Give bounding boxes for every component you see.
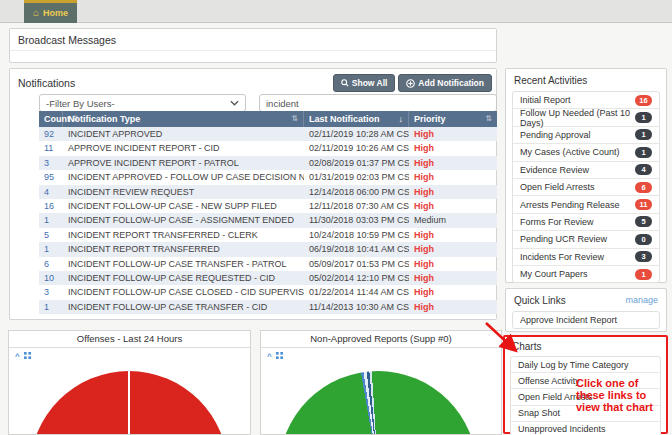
activity-item-label: Evidence Review — [520, 165, 589, 175]
priority-cell: High — [409, 300, 497, 314]
column-header-count[interactable]: Count ⇅ — [39, 111, 63, 127]
table-row: 3APPROVE INCIDENT REPORT - PATROL02/08/2… — [39, 156, 497, 170]
activity-count-badge: 1 — [635, 129, 652, 140]
annotation-arrow — [480, 317, 526, 359]
activity-item-label: Forms For Review — [520, 217, 594, 227]
manage-link[interactable]: manage — [625, 295, 658, 305]
activity-item-label: My Court Papers — [520, 269, 588, 279]
last-notification-cell: 01/31/2019 02:03 PM CST — [304, 170, 409, 184]
plus-circle-icon — [406, 79, 415, 88]
search-input[interactable] — [259, 94, 497, 112]
dashboard-page: ⌂ Home Broadcast Messages Notifications … — [0, 0, 672, 435]
broadcast-messages-title: Broadcast Messages — [10, 29, 496, 51]
activity-item-label: Pending UCR Review — [520, 234, 607, 244]
activity-count-badge: 4 — [635, 164, 652, 175]
activity-item[interactable]: Open Field Arrests6 — [513, 179, 659, 196]
count-link[interactable]: 1 — [44, 215, 49, 225]
collapse-icon[interactable]: ^ — [15, 352, 20, 361]
priority-cell: High — [409, 199, 497, 213]
notifications-panel: Notifications Show All Add Notification … — [9, 68, 497, 320]
last-notification-cell: 11/14/2013 10:30 AM CST — [304, 300, 409, 314]
sort-icon: ⇅ — [291, 111, 298, 127]
notification-type-cell: INCIDENT REVIEW REQUEST — [63, 185, 304, 199]
notifications-table: Count ⇅ Notification Type ⇅ Last Notific… — [39, 111, 497, 314]
activity-item-label: Arrests Pending Release — [520, 200, 620, 210]
table-row: 5INCIDENT REPORT TRANSFERRED - CLERK10/2… — [39, 228, 497, 242]
priority-cell: High — [409, 242, 497, 256]
quick-link-item[interactable]: Approve Incident Report — [513, 312, 659, 328]
show-all-button[interactable]: Show All — [333, 74, 396, 92]
column-header-notification-type[interactable]: Notification Type ⇅ — [63, 111, 304, 127]
notifications-table-header: Count ⇅ Notification Type ⇅ Last Notific… — [39, 111, 497, 127]
tab-home[interactable]: ⌂ Home — [24, 0, 77, 23]
activity-item-label: My Cases (Active Count) — [520, 147, 620, 157]
chart-link-item[interactable]: Daily Log by Time Category — [511, 357, 660, 373]
count-link[interactable]: 3 — [44, 287, 49, 297]
tab-bar: ⌂ Home — [0, 0, 672, 23]
data-grid-icon[interactable] — [24, 352, 31, 361]
count-link[interactable]: 10 — [44, 273, 54, 283]
last-notification-cell: 05/02/2014 12:10 PM CST — [304, 271, 409, 285]
data-grid-icon[interactable] — [276, 352, 283, 361]
priority-cell: High — [409, 228, 497, 242]
column-header-last-notification[interactable]: Last Notification ↓ — [304, 111, 409, 127]
count-cell: 6 — [39, 257, 63, 271]
count-link[interactable]: 92 — [44, 129, 54, 139]
activity-item[interactable]: Incidents For Review3 — [513, 249, 659, 266]
count-link[interactable]: 1 — [44, 244, 49, 254]
count-link[interactable]: 95 — [44, 172, 54, 182]
activity-item[interactable]: Pending Approval1 — [513, 127, 659, 144]
priority-cell: Medium — [409, 213, 497, 227]
count-cell: 1 — [39, 213, 63, 227]
table-row: 3INCIDENT FOLLOW-UP CASE CLOSED - CID SU… — [39, 285, 497, 299]
count-link[interactable]: 4 — [44, 187, 49, 197]
priority-cell: High — [409, 170, 497, 184]
chart-link-item[interactable]: Unapproved Incidents — [511, 422, 660, 435]
notification-type-cell: INCIDENT FOLLOW-UP CASE TRANSFER - PATRO… — [63, 257, 304, 271]
sort-icon: ⇅ — [485, 111, 492, 127]
activity-item-label: Follow Up Needed (Past 10 Days) — [520, 108, 635, 128]
count-link[interactable]: 11 — [44, 143, 53, 153]
last-notification-cell: 01/22/2014 11:44 AM CST — [304, 285, 409, 299]
count-link[interactable]: 1 — [44, 302, 49, 312]
count-cell: 3 — [39, 156, 63, 170]
column-header-priority[interactable]: Priority ⇅ — [409, 111, 497, 127]
count-cell: 1 — [39, 300, 63, 314]
activity-item[interactable]: Arrests Pending Release11 — [513, 196, 659, 213]
activity-item-label: Open Field Arrests — [520, 182, 595, 192]
last-notification-cell: 10/24/2018 10:59 PM CST — [304, 228, 409, 242]
activity-item[interactable]: My Cases (Active Count)1 — [513, 144, 659, 161]
activity-item[interactable]: Pending UCR Review0 — [513, 231, 659, 248]
table-row: 16INCIDENT FOLLOW-UP CASE - NEW SUPP FIL… — [39, 199, 497, 213]
count-link[interactable]: 3 — [44, 158, 49, 168]
activity-item-label: Incidents For Review — [520, 252, 604, 262]
count-link[interactable]: 16 — [44, 201, 54, 211]
table-row: 1INCIDENT FOLLOW-UP CASE TRANSFER - CID1… — [39, 300, 497, 314]
collapse-icon[interactable]: ^ — [267, 352, 272, 361]
count-cell: 92 — [39, 127, 63, 141]
count-link[interactable]: 5 — [44, 230, 49, 240]
count-link[interactable]: 6 — [44, 259, 49, 269]
sort-icon: ⇅ — [72, 111, 79, 127]
activity-item[interactable]: Evidence Review4 — [513, 162, 659, 179]
notification-type-cell: INCIDENT FOLLOW-UP CASE REQUESTED - CID — [63, 271, 304, 285]
last-notification-cell: 12/14/2018 06:00 PM CST — [304, 185, 409, 199]
offenses-chart-title: Offenses - Last 24 Hours — [9, 331, 250, 348]
activity-item[interactable]: Forms For Review5 — [513, 214, 659, 231]
sort-desc-icon: ↓ — [399, 111, 404, 127]
non-approved-reports-pie-chart[interactable] — [279, 371, 477, 435]
filter-by-users-dropdown[interactable]: -Filter By Users- — [39, 94, 246, 112]
priority-cell: High — [409, 141, 497, 155]
activity-item[interactable]: My Court Papers1 — [513, 266, 659, 282]
table-row: 6INCIDENT FOLLOW-UP CASE TRANSFER - PATR… — [39, 257, 497, 271]
activity-count-badge: 6 — [635, 182, 652, 193]
add-notification-button[interactable]: Add Notification — [398, 74, 492, 92]
activity-count-badge: 11 — [635, 199, 652, 210]
activity-item[interactable]: Follow Up Needed (Past 10 Days)1 — [513, 109, 659, 126]
last-notification-cell: 06/19/2018 10:41 AM CST — [304, 242, 409, 256]
activity-count-badge: 5 — [635, 216, 652, 227]
offenses-pie-chart[interactable] — [30, 371, 228, 435]
priority-cell: High — [409, 156, 497, 170]
annotation-text: Click one of these links to view that ch… — [576, 378, 658, 414]
broadcast-messages-panel: Broadcast Messages — [9, 28, 497, 63]
